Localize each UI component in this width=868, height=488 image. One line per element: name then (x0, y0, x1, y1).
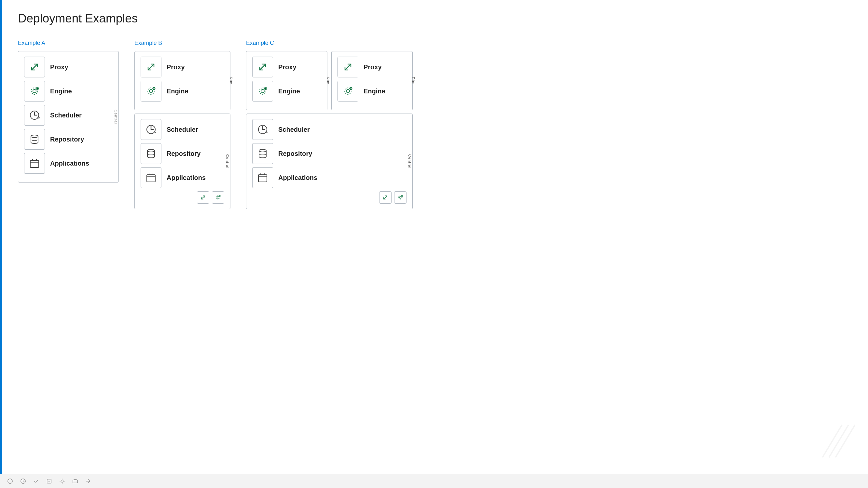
svg-point-27 (346, 90, 349, 93)
svg-point-1 (33, 90, 36, 93)
engine-icon-c-rim2 (338, 81, 358, 101)
svg-point-42 (8, 479, 12, 483)
component-scheduler-b: Scheduler (141, 119, 224, 140)
applications-label-b: Applications (167, 174, 206, 182)
svg-point-23 (259, 88, 266, 94)
svg-point-6 (31, 135, 38, 138)
example-c-rim-row: Proxy Engine (246, 51, 413, 110)
footer-icon-3[interactable] (33, 478, 40, 485)
proxy-icon-b-rim (141, 57, 161, 77)
rim-label-c2: Rim (411, 77, 415, 84)
component-proxy-b-rim: Proxy (141, 57, 224, 77)
proxy-label-c-rim2: Proxy (364, 63, 382, 71)
svg-point-12 (154, 88, 155, 89)
svg-point-30 (350, 88, 351, 89)
component-repository-c: Repository (252, 143, 406, 164)
component-proxy-c-rim2: Proxy (338, 57, 406, 77)
examples-row: Example A Proxy (18, 40, 852, 209)
repository-label-a: Repository (50, 136, 84, 143)
repository-label-c: Repository (278, 150, 312, 158)
central-label-a: Central (114, 110, 118, 124)
component-applications-c: Applications (252, 167, 406, 188)
engine-icon-c-rim1 (252, 81, 273, 101)
proxy-icon-c-rim1 (252, 57, 273, 77)
footer-icon-2[interactable] (20, 478, 27, 485)
svg-point-9 (149, 90, 153, 93)
engine-label-a: Engine (50, 88, 72, 95)
svg-rect-7 (30, 160, 39, 167)
page-content: Deployment Examples Example A Proxy (2, 0, 868, 222)
svg-point-18 (216, 196, 220, 199)
svg-point-28 (345, 88, 351, 94)
engine-label-c-rim1: Engine (278, 88, 300, 95)
scheduler-label-a: Scheduler (50, 111, 82, 119)
svg-point-36 (398, 196, 402, 199)
svg-point-4 (37, 88, 38, 89)
footer-bar (0, 474, 868, 488)
repository-icon-b (141, 143, 161, 164)
mini-proxy-icon-b (197, 191, 209, 204)
svg-rect-46 (73, 480, 78, 483)
example-c-label: Example C (246, 40, 274, 46)
svg-point-20 (219, 196, 220, 196)
rim-label-c1: Rim (326, 77, 330, 84)
central-label-b: Central (225, 154, 229, 168)
page-title: Deployment Examples (18, 12, 852, 25)
box-c-rim1: Proxy Engine (246, 51, 328, 110)
watermark (816, 422, 855, 462)
component-repository-a: Repository (24, 129, 113, 150)
svg-point-38 (402, 196, 402, 196)
applications-label-a: Applications (50, 160, 89, 167)
bottom-icons-c (252, 191, 406, 204)
mini-engine-icon-c (394, 191, 406, 204)
example-b-label: Example B (134, 40, 162, 46)
footer-icon-1[interactable] (6, 478, 14, 485)
component-engine-c-rim1: Engine (252, 81, 321, 101)
footer-icon-6[interactable] (71, 478, 79, 485)
proxy-label-b-rim: Proxy (167, 63, 185, 71)
box-c-rim2: Proxy Engine (331, 51, 413, 110)
proxy-icon-c-rim2 (338, 57, 358, 77)
repository-label-b: Repository (167, 150, 200, 158)
svg-point-32 (259, 149, 266, 152)
component-engine-c-rim2: Engine (338, 81, 406, 101)
svg-point-2 (31, 88, 38, 94)
component-engine-b-rim: Engine (141, 81, 224, 101)
proxy-icon-a (24, 57, 45, 77)
svg-point-17 (217, 196, 219, 198)
component-proxy-a: Proxy (24, 57, 113, 77)
svg-point-25 (265, 88, 266, 89)
example-b-col: Example B Proxy (134, 40, 230, 209)
scheduler-label-c: Scheduler (278, 126, 310, 133)
repository-icon-c (252, 143, 273, 164)
repository-icon-a (24, 129, 45, 150)
box-b-rim: Proxy Engine Rim (134, 51, 230, 110)
rim-label-b: Rim (229, 77, 233, 84)
applications-icon-a (24, 153, 45, 174)
box-a-central: Proxy Engine (18, 51, 119, 183)
footer-icon-4[interactable] (45, 478, 53, 485)
example-a-col: Example A Proxy (18, 40, 119, 183)
example-a-label: Example A (18, 40, 45, 46)
bottom-icons-b (141, 191, 224, 204)
component-proxy-c-rim1: Proxy (252, 57, 321, 77)
applications-icon-c (252, 167, 273, 188)
svg-line-8 (148, 64, 154, 70)
component-engine-a: Engine (24, 81, 113, 101)
svg-line-16 (202, 196, 205, 199)
component-applications-b: Applications (141, 167, 224, 188)
applications-label-c: Applications (278, 174, 317, 182)
footer-icon-7[interactable] (85, 478, 92, 485)
svg-point-14 (148, 149, 155, 152)
svg-point-22 (261, 90, 264, 93)
scheduler-label-b: Scheduler (167, 126, 198, 133)
svg-line-0 (32, 64, 37, 70)
applications-icon-b (141, 167, 161, 188)
mini-engine-icon-b (212, 191, 224, 204)
mini-proxy-icon-c (379, 191, 392, 204)
component-scheduler-a: Scheduler (24, 105, 113, 126)
footer-icon-5[interactable] (59, 478, 66, 485)
component-applications-a: Applications (24, 153, 113, 174)
svg-line-21 (260, 64, 266, 70)
svg-rect-15 (147, 175, 155, 182)
